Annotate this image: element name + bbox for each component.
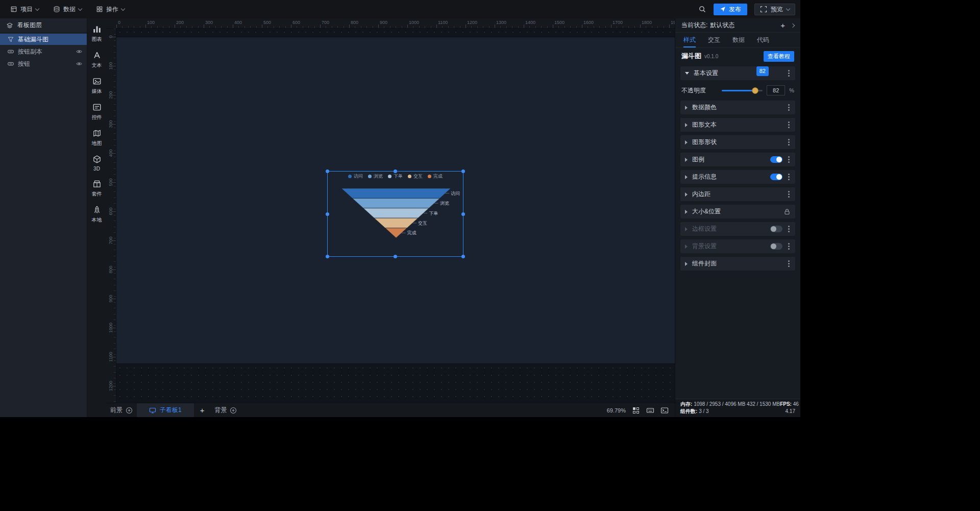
kebab-menu-icon[interactable]	[787, 69, 791, 78]
ruler-tick	[669, 25, 670, 28]
preview-button[interactable]: 预览	[754, 4, 795, 15]
section-border-settings[interactable]: 边框设置	[680, 222, 795, 236]
foreground-button[interactable]: 前景	[106, 403, 137, 417]
fit-view-icon[interactable]	[632, 406, 640, 415]
search-icon[interactable]	[698, 5, 706, 13]
console-icon[interactable]	[660, 406, 669, 415]
toggle-background-settings[interactable]	[770, 243, 782, 250]
ruler-tick	[112, 270, 116, 270]
memory-label: 内存:	[680, 401, 692, 407]
tab-subboard-1[interactable]: 子看板1	[137, 403, 194, 417]
chevron-down-icon	[786, 6, 790, 10]
lock-icon[interactable]	[783, 208, 791, 215]
keyboard-shortcuts-icon[interactable]	[646, 406, 654, 415]
resize-handle-bottom-left[interactable]	[326, 255, 329, 258]
section-graphic-text[interactable]: 图形文本	[680, 118, 795, 132]
resize-handle-bottom-right[interactable]	[461, 255, 465, 258]
tab-data[interactable]: 数据	[732, 33, 745, 47]
palette-item-kits[interactable]: 套件	[87, 177, 106, 200]
kebab-menu-icon[interactable]	[787, 103, 791, 112]
section-label: 组件封面	[692, 259, 717, 268]
resize-handle-bottom-middle[interactable]	[394, 255, 397, 258]
chevron-down-icon	[35, 6, 39, 10]
layer-item-basic-funnel[interactable]: 基础漏斗图	[0, 34, 87, 45]
menu-operations-label: 操作	[106, 5, 118, 14]
kebab-menu-icon[interactable]	[787, 138, 791, 147]
layers-panel-title: 看板图层	[17, 21, 42, 30]
slider-knob[interactable]	[752, 87, 758, 94]
toggle-border-settings[interactable]	[770, 226, 782, 232]
legend-item[interactable]: 完成	[428, 173, 443, 180]
resize-handle-top-left[interactable]	[326, 169, 329, 173]
chevron-right-icon	[685, 175, 688, 179]
legend-dot	[368, 175, 372, 178]
menu-project[interactable]: 项目	[3, 0, 46, 18]
palette-item-local[interactable]: 本地	[87, 203, 106, 226]
toggle-tooltip[interactable]	[770, 174, 782, 180]
widget-icon	[92, 103, 102, 112]
legend-item[interactable]: 下单	[388, 173, 403, 180]
resize-handle-middle-right[interactable]	[461, 212, 465, 216]
tab-interaction[interactable]: 交互	[708, 33, 720, 47]
section-graphic-shape[interactable]: 图形形状	[680, 135, 795, 149]
add-circle-icon[interactable]	[126, 407, 133, 414]
palette-item-widgets[interactable]: 控件	[87, 101, 106, 123]
kebab-menu-icon[interactable]	[787, 120, 791, 129]
state-value: 默认状态	[710, 21, 734, 30]
legend-item[interactable]: 交互	[408, 173, 423, 180]
tab-style[interactable]: 样式	[683, 33, 696, 47]
menu-data[interactable]: 数据	[46, 0, 89, 18]
legend-item[interactable]: 浏览	[368, 173, 383, 180]
legend-item[interactable]: 访问	[348, 173, 363, 180]
section-background-settings[interactable]: 背景设置	[680, 239, 795, 253]
ruler-vertical-minor-ticks	[114, 29, 116, 403]
opacity-value-input[interactable]: 82	[767, 85, 785, 95]
resize-handle-top-middle[interactable]	[394, 169, 397, 173]
section-tooltip[interactable]: 提示信息	[680, 170, 795, 184]
section-basic-settings[interactable]: 基本设置	[680, 66, 795, 80]
kebab-menu-icon[interactable]	[787, 173, 791, 181]
palette-item-map[interactable]: 地图	[87, 127, 106, 149]
add-state-button[interactable]: +	[780, 21, 785, 29]
resize-handle-top-right[interactable]	[461, 169, 465, 173]
eye-icon[interactable]	[76, 48, 83, 55]
menu-operations[interactable]: 操作	[89, 0, 132, 18]
kebab-menu-icon[interactable]	[787, 155, 791, 164]
section-label: 大小&位置	[692, 207, 721, 216]
palette-item-text[interactable]: 文本	[87, 48, 106, 71]
section-label: 图形形状	[692, 138, 717, 147]
section-data-colors[interactable]: 数据颜色	[680, 101, 795, 114]
section-component-cover[interactable]: 组件封面	[680, 257, 795, 271]
section-controls	[783, 208, 791, 215]
kebab-menu-icon[interactable]	[787, 259, 791, 268]
layer-item-button[interactable]: 按钮	[0, 58, 87, 69]
tab-code[interactable]: 代码	[757, 33, 769, 47]
layer-item-button-copy[interactable]: 按钮副本	[0, 46, 87, 57]
opacity-slider[interactable]	[722, 90, 763, 91]
canvas[interactable]: 0100200300400500600700800900100011001200…	[106, 18, 675, 403]
publish-button[interactable]: 发布	[714, 4, 747, 15]
chevron-right-icon[interactable]	[791, 23, 795, 27]
ruler-number: 200	[176, 20, 184, 25]
kebab-menu-icon[interactable]	[787, 190, 791, 199]
section-legend[interactable]: 图例	[680, 153, 795, 166]
resize-handle-middle-left[interactable]	[326, 212, 329, 216]
view-tutorial-button[interactable]: 查看教程	[764, 51, 794, 62]
section-size-position[interactable]: 大小&位置	[680, 205, 795, 218]
section-label: 提示信息	[692, 173, 717, 181]
toggle-legend[interactable]	[770, 156, 782, 163]
background-button[interactable]: 背景	[210, 403, 241, 417]
state-row: 当前状态: 默认状态 +	[675, 18, 800, 33]
section-padding[interactable]: 内边距	[680, 187, 795, 201]
eye-icon[interactable]	[76, 60, 83, 67]
components-label: 组件数:	[680, 408, 697, 414]
add-circle-icon[interactable]	[230, 407, 237, 414]
add-subboard-button[interactable]: +	[194, 406, 211, 415]
palette-item-charts[interactable]: 图表	[87, 22, 106, 45]
kebab-menu-icon[interactable]	[787, 225, 791, 233]
palette-item-media[interactable]: 媒体	[87, 75, 106, 97]
chevron-right-icon	[685, 192, 688, 197]
kebab-menu-icon[interactable]	[787, 242, 791, 251]
funnel-chart-component[interactable]: 访问 浏览 下单 交互 完成 访问浏览下单交互完成	[327, 171, 463, 257]
palette-item-3d[interactable]: 3D	[87, 153, 106, 174]
